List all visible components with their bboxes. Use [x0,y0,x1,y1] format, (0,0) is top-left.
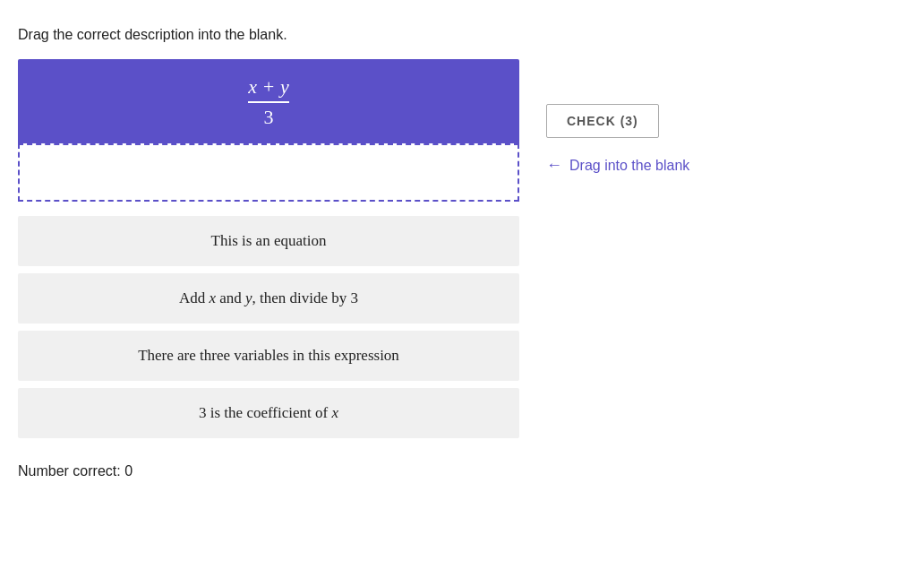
formula-display: x + y 3 [18,59,519,143]
number-correct-label: Number correct: [18,463,121,479]
answer-options: This is an equation Add x and y, then di… [18,216,519,438]
right-panel: CHECK (3) ← Drag into the blank [546,59,689,175]
option-this-is-an-equation[interactable]: This is an equation [18,216,519,266]
option-add-x-and-y[interactable]: Add x and y, then divide by 3 [18,273,519,324]
formula-fraction: x + y 3 [248,75,288,129]
option-three-variables[interactable]: There are three variables in this expres… [18,331,519,381]
check-button[interactable]: CHECK (3) [546,104,659,138]
number-correct-value: 0 [124,463,133,479]
left-panel: x + y 3 This is an equation Add x and y,… [18,59,519,438]
drop-zone[interactable] [18,143,519,202]
instruction-text: Drag the correct description into the bl… [18,27,906,43]
number-correct: Number correct: 0 [18,463,906,479]
option-coefficient[interactable]: 3 is the coefficient of x [18,388,519,438]
formula-numerator: x + y [248,75,288,103]
formula-denominator: 3 [248,106,288,129]
drag-hint: ← Drag into the blank [546,156,689,175]
arrow-left-icon: ← [546,156,562,175]
drag-hint-text: Drag into the blank [569,158,689,174]
main-container: x + y 3 This is an equation Add x and y,… [18,59,906,438]
